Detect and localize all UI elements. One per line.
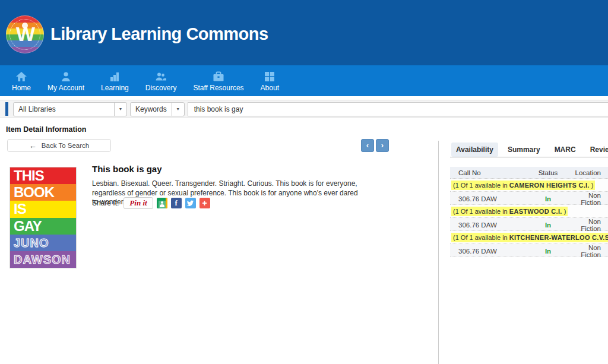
col-header-call-no: Call No: [450, 169, 527, 176]
nav-item-label: Home: [12, 84, 31, 92]
search-type-select[interactable]: Keywords ▼: [130, 102, 185, 116]
cover-word: THIS: [14, 169, 44, 183]
library-name: EASTWOOD C.I.: [509, 208, 562, 215]
cover-word: BOOK: [14, 185, 54, 200]
book-cover: THIS BOOK IS GAY JUNO DAWSON: [10, 167, 77, 268]
cover-stripe-purple: DAWSON: [10, 251, 76, 268]
availability-table: Call No Status Location (1 Of 1 availabl…: [450, 167, 608, 257]
twitter-bird-icon: [186, 200, 194, 207]
availability-prefix: (1 Of 1 available in: [453, 182, 509, 189]
call-no-cell: 306.76 DAW: [450, 221, 527, 229]
share-label: Share It:: [92, 199, 119, 207]
cover-author-word: JUNO: [14, 237, 49, 249]
cover-stripe-red: THIS: [10, 167, 76, 184]
col-header-status: Status: [527, 169, 569, 176]
library-select[interactable]: All Libraries ▼: [13, 102, 127, 116]
location-cell: Non Fiction: [569, 218, 608, 232]
status-cell: In: [527, 248, 569, 255]
library-name: KITCHENER-WATERLOO C.V.S.: [509, 234, 608, 241]
nav-item-label: Discovery: [145, 84, 177, 92]
logo-w-mark: W: [6, 24, 44, 44]
content-divider: [438, 141, 439, 364]
back-arrow-icon: ←: [29, 141, 37, 150]
location-cell: Non Fiction: [569, 244, 608, 258]
book-title: This book is gay: [92, 164, 162, 174]
nav-item-label: My Account: [48, 84, 84, 92]
search-bar: All Libraries ▼ Keywords ▼: [0, 100, 608, 118]
classroom-person-body: [160, 204, 164, 207]
users-icon: [155, 71, 167, 83]
nav-item-discovery[interactable]: Discovery: [137, 65, 185, 96]
availability-highlight: (1 Of 1 available in KITCHENER-WATERLOO …: [451, 233, 608, 242]
availability-highlight: (1 Of 1 available in CAMERON HEIGHTS C.I…: [451, 181, 595, 190]
tab-reviews[interactable]: Reviews: [585, 143, 608, 157]
availability-suffix: ): [562, 208, 566, 215]
google-classroom-share-icon[interactable]: [157, 198, 167, 208]
search-type-value: Keywords: [131, 103, 172, 116]
previous-item-button[interactable]: ‹: [361, 139, 374, 152]
twitter-share-icon[interactable]: [185, 198, 196, 208]
table-row: 306.76 DAW In Non Fiction: [450, 192, 608, 205]
back-button-label: Back To Search: [42, 142, 89, 149]
nav-item-learning[interactable]: Learning: [93, 65, 137, 96]
chevron-down-icon[interactable]: ▼: [172, 103, 184, 116]
classroom-gold-edge: [166, 198, 167, 208]
tab-summary[interactable]: Summary: [503, 143, 545, 157]
nav-item-label: Staff Resources: [193, 84, 243, 92]
table-row: 306.76 DAW In Non Fiction: [450, 244, 608, 257]
pinterest-pinit-button[interactable]: Pin it: [124, 197, 153, 209]
next-item-button[interactable]: ›: [376, 139, 389, 152]
cover-stripe-blue: JUNO: [10, 235, 76, 251]
classroom-person-head: [161, 201, 163, 204]
detail-tabs: Availability Summary MARC Reviews: [451, 143, 608, 157]
call-no-cell: 306.76 DAW: [450, 248, 527, 255]
availability-summary-row: (1 Of 1 available in CAMERON HEIGHTS C.I…: [450, 179, 608, 192]
col-header-location: Location: [569, 169, 608, 176]
pagination: ‹ ›: [361, 139, 389, 152]
cover-word: IS: [14, 202, 26, 216]
cover-stripe-orange: BOOK: [10, 184, 76, 201]
availability-prefix: (1 Of 1 available in: [453, 234, 509, 241]
cover-stripe-green: GAY: [10, 218, 76, 235]
availability-suffix: ): [590, 182, 594, 189]
nav-item-staff-resources[interactable]: Staff Resources: [185, 65, 252, 96]
home-icon: [15, 71, 27, 83]
app-title: Library Learning Commons: [50, 24, 268, 44]
briefcase-icon: [213, 71, 224, 83]
library-select-value: All Libraries: [14, 103, 114, 116]
search-accent-bar: [5, 102, 8, 116]
availability-highlight: (1 Of 1 available in EASTWOOD C.I. ): [451, 207, 568, 216]
tabs-divider: [450, 157, 608, 157]
nav-item-label: About: [261, 84, 279, 92]
status-cell: In: [527, 195, 569, 202]
addthis-share-icon[interactable]: +: [200, 198, 210, 208]
availability-summary-row: (1 Of 1 available in EASTWOOD C.I. ): [450, 205, 608, 218]
cover-word: GAY: [14, 219, 42, 233]
tab-marc[interactable]: MARC: [550, 143, 581, 157]
table-header-row: Call No Status Location: [450, 167, 608, 179]
facebook-share-icon[interactable]: f: [171, 198, 182, 208]
bar-chart-icon: [109, 71, 121, 83]
main-nav: Home My Account Learning Discovery S: [0, 65, 608, 96]
chevron-down-icon[interactable]: ▼: [114, 103, 126, 116]
status-cell: In: [527, 221, 569, 229]
nav-item-about[interactable]: About: [252, 65, 287, 96]
table-row: 306.76 DAW In Non Fiction: [450, 218, 608, 231]
availability-summary-row: (1 Of 1 available in KITCHENER-WATERLOO …: [450, 231, 608, 244]
app-header: W Library Learning Commons: [0, 0, 608, 65]
call-no-cell: 306.76 DAW: [450, 195, 527, 202]
search-input[interactable]: [188, 102, 608, 116]
nav-item-my-account[interactable]: My Account: [39, 65, 93, 96]
nav-item-home[interactable]: Home: [4, 65, 39, 96]
user-icon: [60, 71, 72, 83]
location-cell: Non Fiction: [569, 192, 608, 206]
page-title: Item Detail Information: [6, 125, 86, 134]
cover-stripe-yellow: IS: [10, 201, 76, 217]
tab-availability[interactable]: Availability: [451, 143, 498, 157]
availability-prefix: (1 Of 1 available in: [453, 208, 509, 215]
back-to-search-button[interactable]: ← Back To Search: [7, 139, 111, 152]
library-name: CAMERON HEIGHTS C.I.: [509, 182, 590, 189]
grid-icon: [264, 71, 276, 83]
nav-item-label: Learning: [101, 84, 129, 92]
share-row: Share It: Pin it f +: [92, 197, 210, 209]
